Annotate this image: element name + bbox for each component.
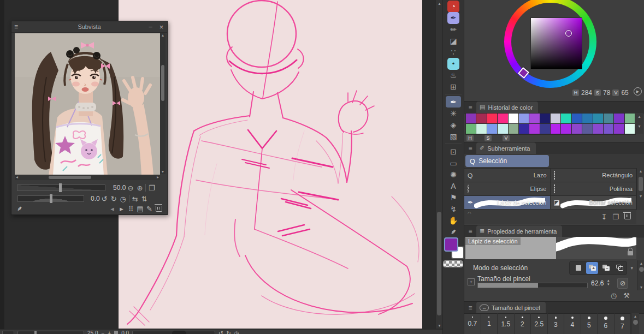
color-cursor[interactable] — [565, 30, 572, 37]
rotate-ccw-button[interactable]: ↺ — [100, 194, 109, 204]
canvas-zoom-slider[interactable] — [17, 331, 84, 334]
tab-subtool[interactable]: ✐ Subherramienta — [476, 142, 536, 154]
rotation-reset-button[interactable]: ◷ — [234, 331, 239, 334]
brush-size-3[interactable]: 3 — [548, 313, 565, 334]
fit-to-window-button[interactable]: ❐ — [147, 183, 156, 193]
history-color-swatch[interactable] — [582, 114, 593, 124]
add-selection-button[interactable]: + — [586, 262, 598, 274]
history-color-swatch[interactable] — [476, 114, 487, 124]
scrollbar-thumb[interactable] — [639, 177, 643, 191]
scroll-down-icon[interactable]: ▾ — [635, 119, 643, 129]
sort-h-button[interactable]: H — [466, 135, 474, 141]
color-mixing-icon[interactable]: ▶ — [634, 87, 642, 96]
delete-subtool-button[interactable] — [624, 213, 631, 220]
subview-rotation-slider[interactable] — [17, 195, 84, 202]
history-color-swatch[interactable] — [519, 114, 529, 124]
subview-horizontal-scrollbar[interactable]: ◂ ▸ — [15, 175, 160, 180]
history-color-swatch[interactable] — [614, 124, 624, 134]
next-image-button[interactable]: ▸ — [117, 204, 126, 213]
subview-titlebar[interactable]: ≡ Subvista − × — [11, 21, 167, 33]
history-color-swatch[interactable] — [604, 124, 614, 134]
brush-size-7[interactable]: 7 — [615, 313, 631, 334]
hand-tool[interactable]: ✋ — [446, 214, 461, 226]
scrollbar-knob[interactable] — [639, 267, 644, 272]
brush-size-6[interactable]: 6 — [598, 313, 615, 334]
panel-menu-icon[interactable]: ≡ — [464, 145, 476, 152]
object-tool[interactable]: ⊡ — [446, 146, 461, 157]
new-selection-button[interactable] — [572, 262, 584, 274]
history-color-swatch[interactable] — [582, 124, 593, 134]
history-color-swatch[interactable] — [572, 114, 582, 124]
duplicate-subtool-icon[interactable]: ❐ — [612, 213, 619, 221]
gradient-tool[interactable]: ▧ — [446, 130, 461, 142]
brush-size-scrollbar[interactable]: ▴ — [631, 313, 639, 334]
panel-menu-icon[interactable]: ≡ — [464, 228, 476, 235]
selection-pen-tool[interactable]: ✒ — [446, 96, 461, 108]
history-color-swatch[interactable] — [625, 114, 635, 124]
history-color-swatch[interactable] — [551, 124, 561, 134]
pen-tool[interactable]: ✒ — [446, 12, 461, 23]
previous-image-button[interactable]: ◂ — [108, 204, 117, 213]
operation-tool[interactable]: ◔ — [446, 1, 461, 12]
sort-v-button[interactable]: V — [503, 135, 510, 141]
saturation-value-square[interactable] — [530, 17, 582, 69]
subtool-item-borrar-selecci-n[interactable]: ◪Borrar selección — [551, 196, 637, 210]
stopwatch-icon[interactable]: ◷ — [611, 291, 617, 300]
subtract-selection-button[interactable]: − — [600, 262, 612, 274]
scroll-up-icon[interactable]: ▴ — [638, 260, 644, 266]
zoom-in-button[interactable]: ⊕ — [135, 183, 144, 193]
subtool-item-lazo[interactable]: ϘLazo — [464, 169, 551, 182]
size-spinner[interactable]: ▴▾ — [607, 278, 610, 286]
liquify-tool[interactable]: ⊞ — [446, 81, 461, 92]
scroll-up-icon[interactable]: ▴ — [635, 113, 643, 119]
slider-handle[interactable] — [50, 194, 52, 203]
open-file-button[interactable]: ▤ — [135, 204, 145, 213]
history-color-swatch[interactable] — [476, 124, 487, 134]
brush-size-slider[interactable] — [477, 283, 588, 288]
subtool-item-polil-nea[interactable]: Polilínea — [551, 182, 637, 196]
canvas-rotation-slider[interactable] — [132, 331, 215, 334]
scroll-down-icon[interactable]: ▾ — [160, 170, 166, 174]
history-color-swatch[interactable] — [572, 124, 582, 134]
rotate-ccw-button[interactable]: ↺ — [218, 331, 223, 334]
zoom-out-button[interactable]: − — [101, 331, 104, 334]
subview-reference-image[interactable] — [15, 33, 160, 175]
zoom-out-button[interactable]: ⊖ — [126, 183, 135, 193]
history-color-swatch[interactable] — [561, 114, 571, 124]
transparent-color-swatch[interactable] — [443, 260, 463, 267]
ruler-tool[interactable]: ⚑ — [446, 192, 461, 203]
subview-vertical-scrollbar[interactable]: ▴ ▾ — [160, 33, 166, 174]
scroll-left-icon[interactable]: ◂ — [16, 175, 18, 180]
history-color-swatch[interactable] — [551, 114, 561, 124]
register-subtool-icon[interactable]: ↧ — [601, 213, 607, 221]
subtool-item-elipse[interactable]: Elipse — [464, 182, 551, 196]
brush-size-0.7[interactable]: 0.7 — [464, 313, 481, 334]
history-color-swatch[interactable] — [561, 124, 571, 134]
history-color-swatch[interactable] — [529, 114, 540, 124]
correct-line-tool[interactable]: ↯ — [446, 203, 461, 214]
history-color-swatch[interactable] — [604, 114, 614, 124]
eraser-tool[interactable]: ◪ — [446, 35, 461, 46]
history-color-swatch[interactable] — [529, 124, 540, 134]
sort-s-button[interactable]: S — [485, 135, 492, 141]
close-button[interactable]: × — [157, 22, 166, 32]
subtool-item-l-piz-de-selecci-n[interactable]: ✒Lápiz de selección — [464, 196, 551, 210]
tab-tool-property[interactable]: ≣ Propiedad de herramienta — [476, 225, 562, 237]
airbrush-tool[interactable]: ∵ — [446, 46, 461, 58]
scroll-down-icon[interactable]: ▾ — [638, 285, 644, 290]
flip-vertical-button[interactable]: ⇅ — [140, 194, 149, 204]
thumbnail-grid-button[interactable]: ⠿ — [126, 204, 135, 213]
subview-zoom-slider[interactable] — [17, 184, 105, 191]
color-history-swatches[interactable] — [465, 113, 636, 135]
history-color-swatch[interactable] — [593, 124, 604, 134]
subtool-group-selection[interactable]: Ϙ Selección — [465, 155, 549, 167]
brush-size-4[interactable]: 4 — [564, 313, 581, 334]
panel-menu-icon[interactable]: ≡ — [464, 304, 476, 312]
minimize-button[interactable]: − — [146, 22, 155, 32]
history-color-swatch[interactable] — [487, 124, 498, 134]
scroll-down-icon[interactable]: ▾ — [637, 194, 644, 199]
panel-menu-icon[interactable]: ≡ — [464, 104, 476, 111]
figure-tool[interactable]: ✺ — [446, 169, 461, 180]
select-from-selection-button[interactable] — [613, 262, 625, 274]
tool-property-scrollbar[interactable]: ▴ ▾ — [637, 260, 644, 290]
